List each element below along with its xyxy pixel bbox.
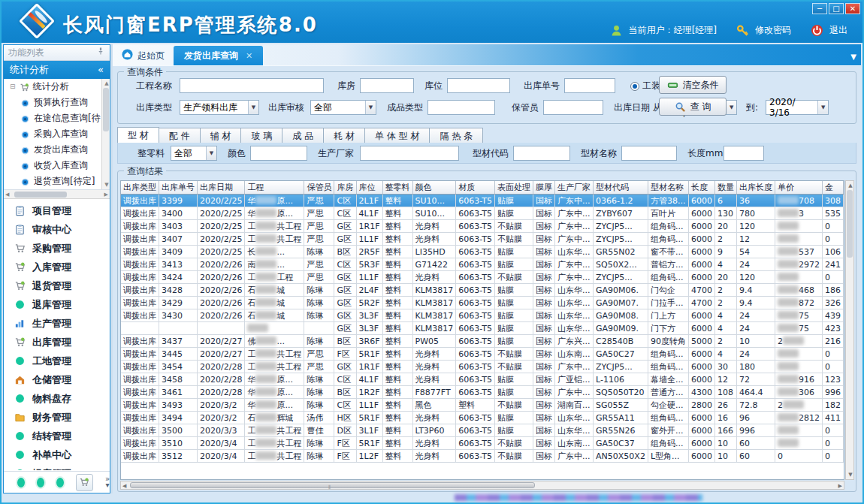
- column-header[interactable]: 材质: [456, 181, 495, 195]
- tab-home[interactable]: 起始页: [113, 46, 174, 65]
- profile-code-input[interactable]: [513, 146, 570, 161]
- sidebar-item-circle[interactable]: 物料盘存: [4, 389, 110, 408]
- table-row[interactable]: 调拨出库34132020/2/26南...严思C区5R3F整料G71422606…: [121, 258, 844, 271]
- column-header[interactable]: 生产厂家: [555, 181, 594, 195]
- tab-close-icon[interactable]: ✕: [246, 51, 252, 61]
- maximize-button[interactable]: □: [829, 3, 844, 14]
- color-input[interactable]: [250, 146, 307, 161]
- column-header[interactable]: 出库类型: [121, 181, 159, 195]
- close-button[interactable]: ✕: [845, 3, 860, 14]
- warehouse-input[interactable]: [360, 78, 414, 93]
- minimize-button[interactable]: ─: [812, 3, 827, 14]
- column-header[interactable]: 长度: [688, 181, 714, 195]
- column-header[interactable]: 出库单号: [159, 181, 198, 195]
- table-row[interactable]: 调拨出库34942020/3/2石辉城汤伟H区5R1F整料光身料6063-T5贴…: [121, 412, 844, 424]
- sidebar-item-clipboard[interactable]: 项目管理: [4, 201, 110, 220]
- table-row[interactable]: 调拨出库34582020/2/28华原...陈琳C区4L1F整料光身料6063-…: [121, 373, 844, 386]
- table-row[interactable]: 调拨出库34612020/2/28华原...陈琳B区1R2F整料F8877FT6…: [121, 386, 844, 399]
- tree-item[interactable]: 退货查询[待定]: [4, 174, 110, 189]
- sidebar-item-chart[interactable]: 生产管理: [4, 314, 110, 333]
- module-dot-icon[interactable]: [17, 478, 25, 487]
- table-row[interactable]: 调拨出库35122020/3/4工共工程陈琳F区1L2F整料光身料6063-T5…: [121, 450, 844, 463]
- column-header[interactable]: 型材名称: [648, 181, 688, 195]
- pin-icon[interactable]: [96, 45, 105, 61]
- column-header[interactable]: 库房: [334, 181, 356, 195]
- keeper-input[interactable]: [543, 100, 603, 115]
- tree-item[interactable]: 预算执行查询: [4, 95, 110, 110]
- table-row[interactable]: 调拨出库34032020/2/25工共工程严思G区1R1F整料光身料6063-T…: [121, 220, 844, 233]
- table-row[interactable]: 调拨出库34282020/2/26石城陈琳G区2L4F整料KLM38176063…: [121, 284, 844, 297]
- location-input[interactable]: [447, 78, 510, 93]
- table-row[interactable]: 调拨出库34542020/2/28工共工程严思G区1R1F整料光身料6063-T…: [121, 361, 844, 373]
- sidebar-item-circle[interactable]: 退库管理: [4, 295, 110, 314]
- table-row[interactable]: 调拨出库34092020/2/25长...陈琳B区2R5F整料LI35HD606…: [121, 246, 844, 258]
- table-row[interactable]: 调拨出库34002020/2/25华原...严思C区4L1F整料SU10...6…: [121, 207, 844, 220]
- column-header[interactable]: 颜色: [412, 181, 456, 195]
- sidebar-item-circle[interactable]: 补单中心: [4, 445, 110, 464]
- tree-root-statistics[interactable]: ⊟统计分析: [4, 79, 110, 95]
- length-input[interactable]: [724, 146, 764, 161]
- tree-item[interactable]: 发货出库查询: [4, 142, 110, 158]
- change-password-link[interactable]: 修改密码: [755, 24, 791, 37]
- column-header[interactable]: 保管员: [304, 181, 334, 195]
- material-tab[interactable]: 辅 材: [200, 128, 242, 143]
- sidebar-item-cartg[interactable]: 出库管理: [4, 333, 110, 352]
- sidebar-item-clipboard[interactable]: 审核中心: [4, 220, 110, 239]
- date-to-select[interactable]: 2020/ 3/16▼: [766, 100, 829, 115]
- sidebar-section-header[interactable]: 统计分析 «: [4, 61, 110, 79]
- material-tab[interactable]: 配 件: [159, 128, 201, 143]
- tree-vertical-scrollbar[interactable]: ▲▼: [101, 79, 110, 189]
- column-header[interactable]: 工程: [245, 181, 304, 195]
- tree-item[interactable]: 采购入库查询: [4, 126, 110, 142]
- column-header[interactable]: 数量: [714, 181, 736, 195]
- column-header[interactable]: 表面处理: [495, 181, 533, 195]
- material-tab[interactable]: 玻 璃: [240, 128, 282, 143]
- sidebar-item-folder[interactable]: 财务管理: [4, 408, 110, 427]
- column-header[interactable]: 出库日期: [198, 181, 245, 195]
- sidebar-item-cart[interactable]: 采购管理: [4, 239, 110, 258]
- tree-item[interactable]: 在途信息查询[待: [4, 110, 110, 126]
- table-row[interactable]: G区3L3F整料KLM38176063-T5贴膜国标山东华...GA90M09.…: [121, 322, 844, 335]
- search-button[interactable]: 查 询: [659, 98, 727, 116]
- module-dot-icon[interactable]: [37, 478, 44, 487]
- column-header[interactable]: 膜厚: [533, 181, 555, 195]
- table-row[interactable]: 调拨出库35002020/3/3工共工程曹佳D区3L1F整料LT3P606063…: [121, 424, 844, 437]
- tree-horizontal-scrollbar[interactable]: ◀▶: [4, 190, 110, 199]
- table-row[interactable]: 调拨出库34072020/2/25工共工程严思G区1L1F整料光身料6063-T…: [121, 233, 844, 246]
- column-header[interactable]: 金: [822, 181, 843, 195]
- table-row[interactable]: 调拨出库34242020/2/26工工程严思G区1L1F整料光身料6063-T5…: [121, 271, 844, 284]
- table-row[interactable]: 调拨出库34302020/2/26石城陈琳G区3L3F整料KLM38176063…: [121, 309, 844, 322]
- sidebar-item-home[interactable]: 仓储管理: [4, 370, 110, 389]
- sidebar-item-circle[interactable]: 结转管理: [4, 427, 110, 445]
- product-type-input[interactable]: [427, 100, 495, 115]
- manufacturer-input[interactable]: [360, 146, 459, 161]
- outbound-type-select[interactable]: 生产领料出库▼: [180, 100, 259, 115]
- clear-conditions-button[interactable]: 清空条件: [659, 76, 727, 94]
- radio-gongzhuang[interactable]: 工装: [630, 80, 660, 92]
- module-dot-icon[interactable]: [56, 478, 64, 487]
- table-row[interactable]: 调拨出库34292020/2/26石城陈琳G区5R2F整料KLM38176063…: [121, 297, 844, 309]
- cart-module-button[interactable]: [76, 474, 93, 491]
- sidebar-item-circle[interactable]: 报废管理: [4, 464, 110, 470]
- column-header[interactable]: 单价: [775, 181, 822, 195]
- sidebar-overflow-button[interactable]: »▾: [105, 476, 110, 488]
- material-tab[interactable]: 型 材: [117, 127, 159, 143]
- batch-select[interactable]: 全部▼: [171, 146, 217, 161]
- table-row[interactable]: 调拨出库35102020/3/4工共工程陈琳F区5R1F整料光身料6063-T5…: [121, 437, 844, 450]
- table-row[interactable]: 调拨出库34372020/2/27佛...陈琳B区3R6F整料PW056063-…: [121, 335, 844, 348]
- table-row[interactable]: 调拨出库34932020/3/2华原...陈琳C区1L1F整料黑色塑料不贴膜国标…: [121, 399, 844, 412]
- tab-list-dropdown-icon[interactable]: ▼: [850, 53, 856, 61]
- grid-vertical-scrollbar[interactable]: ▲▼: [845, 180, 854, 480]
- profile-name-input[interactable]: [621, 146, 677, 161]
- column-header[interactable]: 出库长度: [736, 181, 775, 195]
- material-tab[interactable]: 单 体 型 材: [364, 128, 430, 143]
- collapse-icon[interactable]: «: [98, 61, 104, 79]
- table-row[interactable]: 调拨出库34452020/2/27工共工程严思F区5R1F整料光身料6063-T…: [121, 348, 844, 361]
- outbound-audit-select[interactable]: 全部▼: [310, 100, 376, 115]
- sidebar-item-cartg[interactable]: 入库管理: [4, 258, 110, 276]
- project-name-input[interactable]: [180, 78, 324, 93]
- grid-horizontal-scrollbar[interactable]: ◀⦀▶: [120, 481, 844, 490]
- sidebar-item-cartg[interactable]: 退货管理: [4, 276, 110, 295]
- column-header[interactable]: 库位: [356, 181, 382, 195]
- order-no-input[interactable]: [564, 78, 615, 93]
